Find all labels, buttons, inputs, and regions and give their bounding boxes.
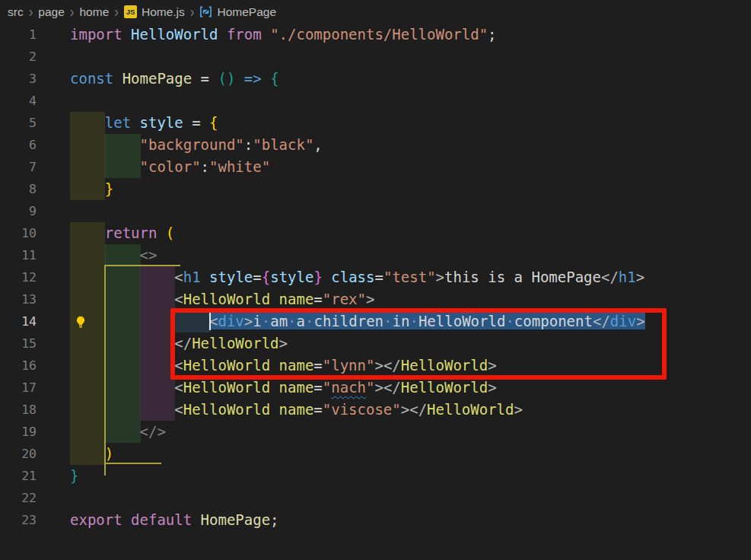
- editor-pane[interactable]: 1import HelloWorld from "./components/He…: [0, 24, 751, 560]
- code-line-23[interactable]: 23export default HomePage;: [0, 509, 751, 531]
- code-token: HelloWorld: [183, 291, 270, 307]
- code-line-9[interactable]: 9: [0, 200, 751, 222]
- line-number[interactable]: 7: [0, 156, 46, 178]
- line-number[interactable]: 14: [0, 310, 46, 332]
- code-line-content[interactable]: [46, 90, 751, 112]
- code-line-content[interactable]: <HelloWorld name="rex">: [46, 288, 751, 310]
- line-number[interactable]: 8: [0, 178, 46, 200]
- code-token: HelloWorld: [131, 26, 218, 43]
- breadcrumb-item-src[interactable]: src: [8, 5, 24, 19]
- code-line-content[interactable]: <h1 style={style} class="test">this is a…: [46, 266, 751, 288]
- code-line-content[interactable]: <HelloWorld name="lynn"></HelloWorld>: [46, 355, 751, 377]
- breadcrumb-item-home[interactable]: home: [80, 5, 110, 19]
- code-line-7[interactable]: 7 "color":"white": [0, 156, 751, 178]
- line-number[interactable]: 4: [0, 90, 46, 112]
- code-token: [70, 401, 174, 418]
- code-token: name: [279, 357, 314, 374]
- line-number[interactable]: 16: [0, 355, 46, 377]
- code-line-content[interactable]: export default HomePage;: [46, 509, 751, 531]
- code-line-content[interactable]: <HelloWorld name="viscose"></HelloWorld>: [46, 399, 751, 421]
- line-number[interactable]: 6: [0, 134, 46, 156]
- code-token: </: [601, 269, 619, 285]
- code-line-15[interactable]: 15 </HelloWorld>: [0, 332, 751, 355]
- code-line-1[interactable]: 1import HelloWorld from "./components/He…: [0, 24, 751, 46]
- code-line-6[interactable]: 6 "background":"black",: [0, 134, 751, 156]
- code-line-content[interactable]: return (: [46, 222, 751, 244]
- code-line-11[interactable]: 11 <>: [0, 244, 751, 266]
- line-number[interactable]: 20: [0, 443, 46, 465]
- chevron-right-icon: ›: [190, 3, 195, 21]
- code-line-14[interactable]: 14 <div>i·am·a·children·in·HelloWorld·co…: [0, 310, 751, 332]
- code-line-content[interactable]: [46, 46, 751, 68]
- line-number[interactable]: 18: [0, 399, 46, 421]
- code-line-content[interactable]: import HelloWorld from "./components/Hel…: [46, 24, 751, 46]
- code-token: (: [166, 224, 174, 241]
- code-line-content[interactable]: }: [46, 465, 751, 487]
- code-token: class: [331, 269, 374, 285]
- code-token: {: [209, 114, 218, 131]
- code-line-content[interactable]: [46, 200, 751, 222]
- code-token: let: [105, 114, 140, 131]
- code-line-content[interactable]: <HelloWorld name="nach"></HelloWorld>: [46, 377, 751, 399]
- code-line-17[interactable]: 17 <HelloWorld name="nach"></HelloWorld>: [0, 377, 751, 399]
- whitespace-dot: ·: [383, 313, 392, 329]
- line-number[interactable]: 21: [0, 465, 46, 487]
- code-token: ": [366, 379, 374, 396]
- code-line-content[interactable]: "background":"black",: [46, 134, 751, 156]
- code-lines: 1import HelloWorld from "./components/He…: [0, 24, 751, 531]
- line-number[interactable]: 10: [0, 222, 46, 244]
- code-line-13[interactable]: 13 <HelloWorld name="rex">: [0, 288, 751, 310]
- code-line-5[interactable]: 5 let style = {: [0, 112, 751, 134]
- line-number[interactable]: 5: [0, 112, 46, 134]
- line-number[interactable]: 1: [0, 24, 46, 46]
- code-line-18[interactable]: 18 <HelloWorld name="viscose"></HelloWor…: [0, 399, 751, 421]
- code-line-4[interactable]: 4: [0, 90, 751, 112]
- line-number[interactable]: 19: [0, 421, 46, 443]
- line-number[interactable]: 3: [0, 68, 46, 90]
- line-number[interactable]: 22: [0, 487, 46, 509]
- code-line-content[interactable]: </HelloWorld>: [46, 332, 751, 355]
- code-line-10[interactable]: 10 return (: [0, 222, 751, 244]
- whitespace-dot: ·: [505, 313, 514, 329]
- code-line-21[interactable]: 21}: [0, 465, 751, 487]
- code-line-content[interactable]: let style = {: [46, 112, 751, 134]
- code-token: ,: [313, 136, 322, 153]
- breadcrumb-item-homepage[interactable]: HomePage: [199, 5, 276, 19]
- code-token: div: [610, 313, 636, 329]
- breadcrumb-item-page[interactable]: page: [38, 5, 64, 19]
- code-line-8[interactable]: 8 }: [0, 178, 751, 200]
- code-token: (): [218, 70, 235, 87]
- line-number[interactable]: 13: [0, 288, 46, 310]
- line-number[interactable]: 9: [0, 200, 46, 222]
- code-line-2[interactable]: 2: [0, 46, 751, 68]
- whitespace-dot: ·: [305, 313, 313, 329]
- breadcrumb-item-home-js[interactable]: JSHome.js: [124, 5, 185, 19]
- code-line-content[interactable]: const HomePage = () => {: [46, 68, 751, 90]
- code-token: nach: [331, 379, 366, 396]
- line-number[interactable]: 23: [0, 509, 46, 531]
- code-line-content[interactable]: <>: [46, 244, 751, 266]
- line-number[interactable]: 12: [0, 266, 46, 288]
- line-number[interactable]: 2: [0, 46, 46, 68]
- line-number[interactable]: 11: [0, 244, 46, 266]
- code-line-19[interactable]: 19 </>: [0, 421, 751, 443]
- code-line-content[interactable]: <div>i·am·a·children·in·HelloWorld·compo…: [46, 310, 751, 332]
- code-line-20[interactable]: 20 ): [0, 443, 751, 465]
- code-token: >: [279, 335, 288, 352]
- lightbulb-icon[interactable]: [75, 313, 87, 335]
- code-line-content[interactable]: }: [46, 178, 751, 200]
- code-token: >: [514, 401, 522, 418]
- code-token: [70, 180, 105, 197]
- code-line-22[interactable]: 22: [0, 487, 751, 509]
- code-line-12[interactable]: 12 <h1 style={style} class="test">this i…: [0, 266, 751, 288]
- code-line-content[interactable]: "color":"white": [46, 156, 751, 178]
- code-token: {: [262, 269, 270, 285]
- line-number[interactable]: 17: [0, 377, 46, 399]
- code-line-3[interactable]: 3const HomePage = () => {: [0, 68, 751, 90]
- line-number[interactable]: 15: [0, 332, 46, 355]
- code-line-content[interactable]: ): [46, 443, 751, 465]
- code-line-16[interactable]: 16 <HelloWorld name="lynn"></HelloWorld>: [0, 355, 751, 377]
- breadcrumb: src›page›home›JSHome.js›HomePage: [0, 0, 751, 24]
- code-line-content[interactable]: [46, 487, 751, 509]
- code-line-content[interactable]: </>: [46, 421, 751, 443]
